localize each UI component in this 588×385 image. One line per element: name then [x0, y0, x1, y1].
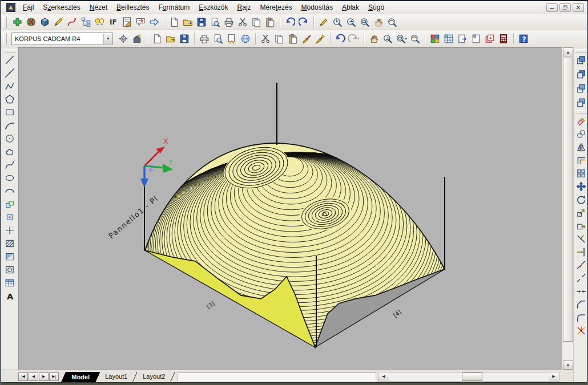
- prev-tab-button[interactable]: ◀: [29, 372, 38, 381]
- menu-beillesztes[interactable]: Beillesztés: [112, 2, 154, 13]
- pencil-button[interactable]: [317, 15, 331, 29]
- cut-button[interactable]: [236, 15, 249, 29]
- save-button[interactable]: [178, 32, 191, 46]
- paste-button[interactable]: [263, 15, 277, 29]
- zoom-realtime-button[interactable]: [331, 15, 344, 29]
- save-button[interactable]: [195, 15, 208, 29]
- brush-button[interactable]: [300, 32, 313, 46]
- workspace-combo[interactable]: KORPUS CADCAM R4 ▼: [11, 33, 113, 45]
- extend-button[interactable]: [575, 246, 587, 258]
- circle-button[interactable]: [3, 133, 16, 144]
- zoom-scale-button[interactable]: ±: [344, 15, 358, 29]
- delete-x-button[interactable]: [24, 15, 38, 29]
- tab-layout1[interactable]: Layout1: [95, 372, 138, 382]
- region-button[interactable]: [3, 264, 16, 275]
- preview-button[interactable]: [208, 15, 222, 29]
- scroll-right-button[interactable]: ▶: [549, 372, 559, 381]
- menu-formatum[interactable]: Formátum: [154, 2, 194, 13]
- red-spline-button[interactable]: [65, 15, 79, 29]
- vertical-scroll-thumb[interactable]: [563, 58, 573, 342]
- copy-object-button[interactable]: [575, 128, 587, 140]
- pan-button[interactable]: [372, 15, 385, 29]
- erase-button[interactable]: [575, 115, 587, 127]
- scroll-down-button[interactable]: ▼: [563, 360, 573, 370]
- web-button[interactable]: [239, 32, 252, 46]
- polygon-button[interactable]: [3, 94, 16, 105]
- send-to-back-button[interactable]: [575, 68, 587, 80]
- workspace-settings-button[interactable]: [130, 32, 144, 46]
- close-button[interactable]: [573, 3, 584, 12]
- chamfer-button[interactable]: [575, 299, 587, 310]
- model-viewport[interactable]: Pannello1 - PlXYZ[3][4]: [18, 47, 562, 370]
- point-button[interactable]: [3, 225, 16, 236]
- move-button[interactable]: [575, 181, 587, 192]
- insert-block-button[interactable]: [3, 198, 16, 210]
- drawing-canvas[interactable]: Pannello1 - PlXYZ[3][4]: [18, 47, 562, 370]
- menu-rajz[interactable]: Rajz: [233, 2, 256, 13]
- callout-button[interactable]: [134, 15, 147, 29]
- bring-above-button[interactable]: [575, 83, 587, 94]
- menu-szerkesztes[interactable]: Szerkesztés: [38, 2, 84, 13]
- toolbar-grip[interactable]: [575, 49, 587, 52]
- menu-eszkozok[interactable]: Eszközök: [194, 2, 232, 13]
- tab-layout2[interactable]: Layout2: [133, 372, 175, 382]
- redo-button[interactable]: ▾: [347, 32, 361, 46]
- plot-button[interactable]: [222, 15, 236, 29]
- ellipse-arc-button[interactable]: [3, 185, 16, 197]
- zoom-previous-button[interactable]: [408, 32, 422, 46]
- table-button[interactable]: [3, 277, 16, 289]
- bulbs-button[interactable]: [92, 15, 106, 29]
- last-tab-button[interactable]: ▶|: [49, 372, 59, 381]
- plot-button[interactable]: [198, 32, 211, 46]
- menu-modositas[interactable]: Módosítás: [297, 2, 337, 13]
- menu-sugo[interactable]: Súgó: [364, 2, 389, 13]
- stretch-button[interactable]: [575, 220, 587, 232]
- paste-button[interactable]: [286, 32, 300, 46]
- gradient-button[interactable]: [3, 251, 16, 262]
- mirror-button[interactable]: [575, 141, 587, 153]
- make-block-button[interactable]: [3, 212, 16, 223]
- copy-button[interactable]: [249, 15, 263, 29]
- fillet-button[interactable]: [575, 312, 587, 323]
- first-tab-button[interactable]: |◀: [18, 372, 28, 381]
- menu-nezet[interactable]: Nézet: [85, 2, 112, 13]
- properties-button[interactable]: [428, 32, 442, 46]
- explode-button[interactable]: [575, 325, 587, 337]
- minimize-button[interactable]: [546, 3, 558, 12]
- trim-button[interactable]: [575, 233, 587, 245]
- line-button[interactable]: [3, 54, 16, 66]
- calculator-button[interactable]: [497, 32, 510, 46]
- open-folder-button[interactable]: [181, 15, 195, 29]
- new-doc-button[interactable]: [150, 32, 164, 46]
- app-icon[interactable]: [6, 2, 16, 13]
- calc-sheet-button[interactable]: [120, 15, 134, 29]
- undo-button[interactable]: ▾: [333, 32, 347, 46]
- zoom-previous-button[interactable]: [385, 15, 399, 29]
- next-arrow-button[interactable]: [147, 15, 161, 29]
- zoom-window-button[interactable]: [358, 15, 372, 29]
- horizontal-scrollbar[interactable]: ◀ ▶: [378, 372, 559, 382]
- scroll-up-button[interactable]: ▲: [563, 47, 573, 56]
- spline-button[interactable]: [3, 159, 16, 171]
- menu-ablak[interactable]: Ablak: [337, 2, 364, 13]
- open-folder-button[interactable]: [164, 32, 178, 46]
- match-props-button[interactable]: [313, 32, 327, 46]
- layer-states-button[interactable]: [456, 32, 469, 46]
- break-at-point-button[interactable]: [575, 260, 587, 271]
- construction-line-button[interactable]: [3, 67, 16, 79]
- array-button[interactable]: [575, 168, 587, 179]
- bring-to-front-button[interactable]: [575, 54, 587, 66]
- mtext-button[interactable]: A: [3, 290, 16, 302]
- sketch-pencil-button[interactable]: [51, 15, 65, 29]
- gear-button[interactable]: [116, 32, 130, 46]
- toolbar-grip[interactable]: [3, 17, 7, 28]
- markup-button[interactable]: [483, 32, 497, 46]
- restore-button[interactable]: [559, 3, 571, 12]
- help-button[interactable]: ?: [517, 32, 530, 46]
- dropdown-arrow-icon[interactable]: ▾: [405, 37, 407, 41]
- publish-button[interactable]: [225, 32, 239, 46]
- rectangle-button[interactable]: [3, 107, 16, 118]
- vertical-scrollbar[interactable]: ▲ ▼: [562, 47, 574, 370]
- dropdown-arrow-icon[interactable]: ▾: [344, 37, 346, 41]
- sheet-set-button[interactable]: [469, 32, 483, 46]
